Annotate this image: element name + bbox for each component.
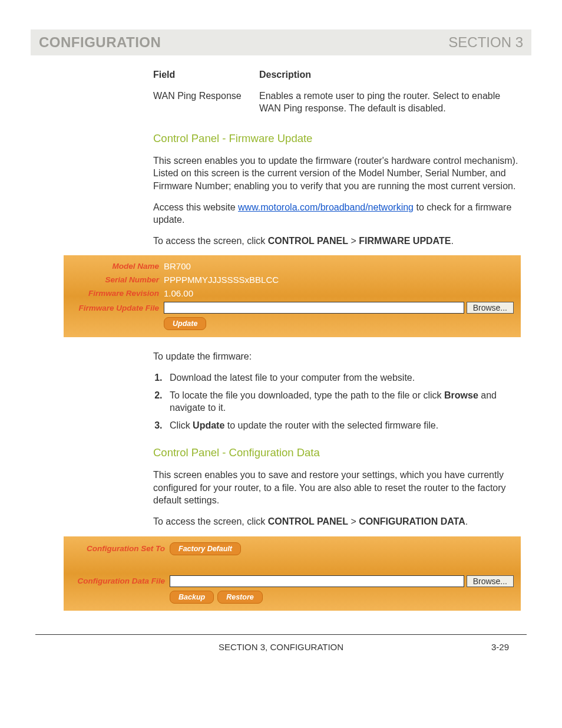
firmware-steps-list: Download the latest file to your compute… xyxy=(153,371,521,431)
body-text: Access this website www.motorola.com/bro… xyxy=(153,201,521,226)
restore-button[interactable]: Restore xyxy=(217,591,263,604)
config-set-to-label: Configuration Set To xyxy=(71,544,170,553)
text-bold: CONTROL PANEL xyxy=(268,516,348,526)
table-header-field: Field xyxy=(153,66,259,87)
field-desc-cell: Enables a remote user to ping the router… xyxy=(259,87,521,117)
browse-button[interactable]: Browse... xyxy=(467,575,514,587)
table-header-description: Description xyxy=(259,66,521,87)
header-title-right: SECTION 3 xyxy=(448,34,523,51)
field-name-cell: WAN Ping Response xyxy=(153,87,259,117)
config-data-file-label: Configuration Data File xyxy=(71,577,170,585)
firmware-update-panel: Model Name BR700 Serial Number PPPPMMYJJ… xyxy=(64,255,521,337)
footer-page-number: 3-29 xyxy=(491,642,509,652)
body-text: To update the firmware: xyxy=(153,350,521,363)
update-button[interactable]: Update xyxy=(164,317,206,330)
page-footer: SECTION 3, CONFIGURATION 3-29 xyxy=(35,642,527,652)
list-item: Download the latest file to your compute… xyxy=(165,371,521,384)
backup-button[interactable]: Backup xyxy=(170,591,214,604)
body-text: This screen enables you to update the fi… xyxy=(153,154,521,193)
serial-number-value: PPPPMMYJJJSSSSxBBLCC xyxy=(164,275,279,285)
model-name-value: BR700 xyxy=(164,261,191,271)
text-bold: Browse xyxy=(444,390,478,400)
browse-button[interactable]: Browse... xyxy=(467,302,514,314)
footer-center-text: SECTION 3, CONFIGURATION xyxy=(219,642,343,652)
text-fragment: To locate the file you downloaded, type … xyxy=(170,390,444,400)
section-heading-config: Control Panel - Configuration Data xyxy=(153,446,521,460)
section-heading-firmware: Control Panel - Firmware Update xyxy=(153,131,521,146)
text-fragment: . xyxy=(451,236,453,246)
list-item: Click Update to update the router with t… xyxy=(165,419,521,432)
text-fragment: Access this website xyxy=(153,202,238,212)
configuration-data-panel: Configuration Set To Factory Default Con… xyxy=(64,536,521,611)
firmware-file-label: Firmware Update File xyxy=(71,304,164,312)
text-fragment: . xyxy=(465,516,468,526)
firmware-update-link[interactable]: www.motorola.com/broadband/networking xyxy=(238,202,414,212)
text-bold: FIRMWARE UPDATE xyxy=(359,236,451,246)
serial-number-label: Serial Number xyxy=(71,275,164,284)
page-header: CONFIGURATION SECTION 3 xyxy=(31,29,531,55)
footer-divider xyxy=(35,634,527,635)
text-fragment: To access the screen, click xyxy=(153,236,268,246)
body-text: This screen enables you to save and rest… xyxy=(153,469,521,507)
text-fragment: to update the router with the selected f… xyxy=(224,420,438,430)
text-fragment: > xyxy=(348,236,359,246)
firmware-revision-value: 1.06.00 xyxy=(164,288,193,298)
field-description-table: Field Description WAN Ping Response Enab… xyxy=(153,66,521,117)
firmware-revision-label: Firmware Revision xyxy=(71,289,164,298)
body-text: To access the screen, click CONTROL PANE… xyxy=(153,235,521,248)
text-fragment: Click xyxy=(170,420,193,430)
text-bold: CONFIGURATION DATA xyxy=(359,516,465,526)
config-file-input[interactable] xyxy=(170,575,464,587)
text-bold: CONTROL PANEL xyxy=(268,236,348,246)
table-row: WAN Ping Response Enables a remote user … xyxy=(153,87,521,117)
text-fragment: > xyxy=(348,516,359,526)
list-item: To locate the file you downloaded, type … xyxy=(165,389,521,414)
header-title-left: CONFIGURATION xyxy=(39,34,161,51)
text-bold: Update xyxy=(193,420,224,430)
factory-default-button[interactable]: Factory Default xyxy=(170,542,241,555)
model-name-label: Model Name xyxy=(71,262,164,271)
body-text: To access the screen, click CONTROL PANE… xyxy=(153,515,521,528)
firmware-file-input[interactable] xyxy=(164,302,464,314)
text-fragment: To access the screen, click xyxy=(153,516,268,526)
